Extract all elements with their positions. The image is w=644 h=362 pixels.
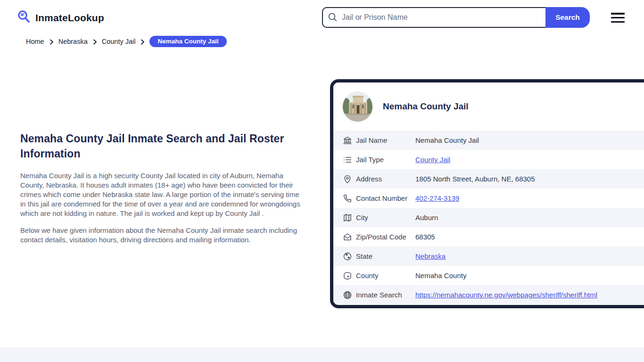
search-button[interactable]: Search — [545, 7, 590, 28]
breadcrumb-nebraska[interactable]: Nebraska — [58, 38, 88, 45]
chevron-right-icon — [49, 39, 54, 45]
jail-info-card: Nemaha County Jail Jail Name Nemaha Coun… — [330, 79, 644, 308]
breadcrumb: Home Nebraska County Jail Nemaha County … — [26, 36, 227, 47]
menu-icon[interactable] — [611, 13, 625, 23]
magnifier-logo-icon — [17, 9, 31, 26]
table-row-jail-type: Jail Type County Jail — [333, 150, 644, 169]
breadcrumb-county-jail[interactable]: County Jail — [102, 38, 136, 45]
table-row-address: Address 1805 North Street, Auburn, NE, 6… — [333, 169, 644, 189]
bank-icon — [343, 136, 352, 145]
map-pin-icon — [343, 174, 352, 184]
phone-icon — [343, 194, 352, 203]
row-label: County — [356, 272, 415, 280]
search-bar: Search — [322, 7, 590, 28]
row-label: Jail Name — [356, 136, 415, 144]
table-row-county: County Nemaha County — [333, 266, 644, 285]
table-row-state: State Nebraska — [333, 247, 644, 266]
table-row-zip: Zip/Postal Code 68305 — [333, 227, 644, 247]
map-icon — [343, 213, 352, 222]
jail-type-link[interactable]: County Jail — [415, 156, 450, 164]
footer-strip — [0, 347, 644, 362]
page-title: Nemaha County Jail Inmate Search and Jai… — [20, 131, 301, 161]
row-label: Address — [356, 175, 415, 183]
chevron-right-icon — [140, 39, 145, 45]
article: Nemaha County Jail Inmate Search and Jai… — [20, 131, 301, 245]
row-value: Auburn — [415, 214, 438, 222]
row-label: Jail Type — [356, 156, 415, 164]
brand-name: InmateLookup — [35, 12, 104, 24]
article-paragraph: Below we have given information about th… — [20, 226, 301, 245]
row-label: Inmate Search — [356, 291, 415, 299]
state-link[interactable]: Nebraska — [415, 252, 446, 260]
map-marker-icon — [343, 271, 352, 280]
row-label: Zip/Postal Code — [356, 233, 415, 241]
search-input[interactable] — [322, 7, 545, 28]
row-label: Contact Number — [356, 194, 415, 202]
breadcrumb-current-badge: Nemaha County Jail — [149, 36, 226, 47]
globe-land-icon — [343, 252, 352, 261]
globe-web-icon — [343, 290, 352, 300]
list-icon — [343, 155, 352, 165]
article-paragraph: Nemaha County Jail is a high security Co… — [20, 171, 301, 218]
mail-icon — [343, 232, 352, 242]
breadcrumb-home[interactable]: Home — [26, 38, 44, 45]
table-row-inmate-search: Inmate Search https://nemahacounty.ne.go… — [333, 285, 644, 304]
brand-logo[interactable]: InmateLookup — [17, 9, 104, 26]
table-row-city: City Auburn — [333, 208, 644, 227]
top-bar: InmateLookup Search — [0, 0, 644, 35]
row-label: State — [356, 252, 415, 260]
jail-card-rows: Jail Name Nemaha County Jail Jail Type C… — [333, 131, 644, 304]
jail-photo-avatar — [342, 91, 373, 122]
contact-number-link[interactable]: 402-274-3139 — [415, 194, 459, 202]
jail-card-header: Nemaha County Jail — [333, 82, 644, 131]
jail-card-title: Nemaha County Jail — [383, 101, 469, 112]
table-row-jail-name: Jail Name Nemaha County Jail — [333, 131, 644, 150]
chevron-right-icon — [92, 39, 98, 45]
row-label: City — [356, 214, 415, 222]
table-row-contact-number: Contact Number 402-274-3139 — [333, 189, 644, 208]
inmate-search-link[interactable]: https://nemahacounty.ne.gov/webpages/she… — [415, 291, 597, 299]
row-value: Nemaha County — [415, 272, 466, 280]
row-value: Nemaha County Jail — [415, 136, 479, 144]
row-value: 68305 — [415, 233, 435, 241]
row-value: 1805 North Street, Auburn, NE, 68305 — [415, 175, 535, 183]
